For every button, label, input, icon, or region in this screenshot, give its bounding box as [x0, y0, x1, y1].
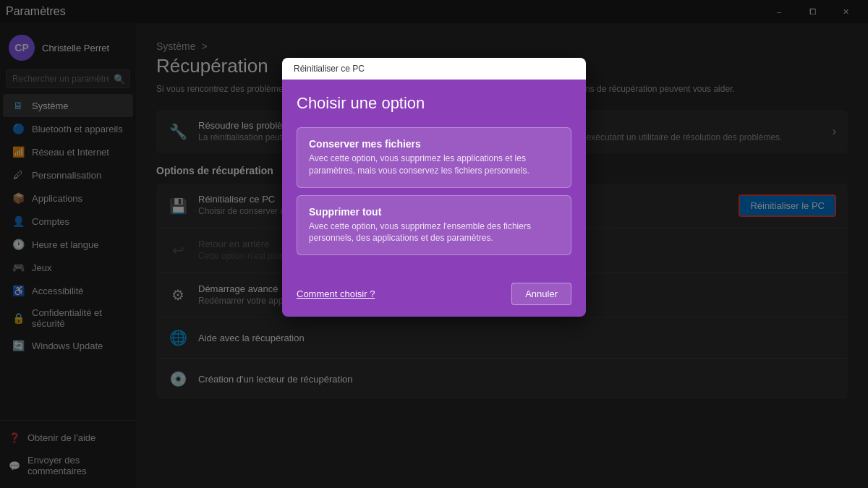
- dialog-option-conserver[interactable]: Conserver mes fichiers Avec cette option…: [297, 127, 571, 188]
- dialog-header: Réinitialiser ce PC: [282, 58, 586, 80]
- dialog-option-supprimer[interactable]: Supprimer tout Avec cette option, vous s…: [297, 195, 571, 256]
- dialog-footer: Comment choisir ? Annuler: [282, 274, 586, 317]
- conserver-desc: Avec cette option, vous supprimez les ap…: [309, 153, 559, 177]
- supprimer-title: Supprimer tout: [309, 206, 559, 218]
- cancel-button[interactable]: Annuler: [511, 283, 571, 305]
- supprimer-desc: Avec cette option, vous supprimez l'ense…: [309, 221, 559, 245]
- dialog-body: Choisir une option Conserver mes fichier…: [282, 80, 586, 274]
- conserver-title: Conserver mes fichiers: [309, 138, 559, 150]
- how-to-choose-link[interactable]: Comment choisir ?: [297, 288, 375, 299]
- dialog-title: Choisir une option: [297, 94, 571, 113]
- dialog-overlay: Réinitialiser ce PC Choisir une option C…: [0, 0, 868, 488]
- reset-dialog: Réinitialiser ce PC Choisir une option C…: [282, 58, 586, 317]
